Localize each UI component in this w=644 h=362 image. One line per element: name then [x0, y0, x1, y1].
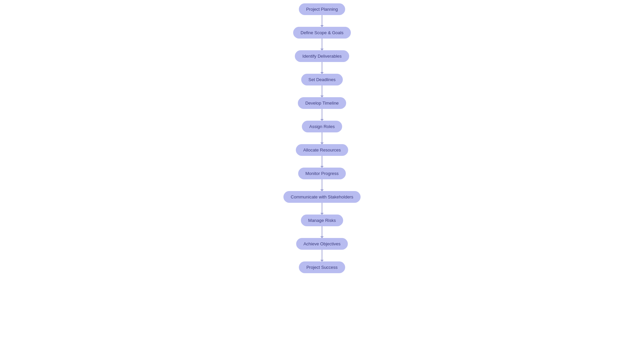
- flow-node-assign-roles[interactable]: Assign Roles: [302, 121, 342, 132]
- connector-identify-deliverables: [322, 62, 322, 74]
- flow-node-monitor-progress[interactable]: Monitor Progress: [298, 168, 346, 179]
- flow-node-manage-risks[interactable]: Manage Risks: [301, 215, 343, 226]
- connector-communicate-stakeholders: [322, 203, 322, 215]
- flow-node-develop-timeline[interactable]: Develop Timeline: [298, 97, 346, 109]
- connector-allocate-resources: [322, 156, 322, 168]
- connector-monitor-progress: [322, 179, 322, 191]
- connector-develop-timeline: [322, 109, 322, 121]
- flow-node-define-scope[interactable]: Define Scope & Goals: [293, 27, 351, 39]
- flow-node-communicate-stakeholders[interactable]: Communicate with Stakeholders: [283, 191, 361, 203]
- flow-node-project-planning[interactable]: Project Planning: [299, 3, 345, 15]
- flow-node-identify-deliverables[interactable]: Identify Deliverables: [295, 50, 349, 62]
- connector-achieve-objectives: [322, 250, 322, 261]
- connector-set-deadlines: [322, 85, 322, 97]
- flow-node-project-success[interactable]: Project Success: [299, 261, 345, 273]
- connector-project-planning: [322, 15, 322, 27]
- flow-node-set-deadlines[interactable]: Set Deadlines: [301, 74, 343, 85]
- connector-manage-risks: [322, 226, 322, 238]
- flow-node-allocate-resources[interactable]: Allocate Resources: [296, 144, 348, 156]
- flow-node-achieve-objectives[interactable]: Achieve Objectives: [296, 238, 348, 250]
- connector-define-scope: [322, 39, 322, 50]
- flowchart: Project PlanningDefine Scope & GoalsIden…: [283, 0, 361, 273]
- connector-assign-roles: [322, 132, 322, 144]
